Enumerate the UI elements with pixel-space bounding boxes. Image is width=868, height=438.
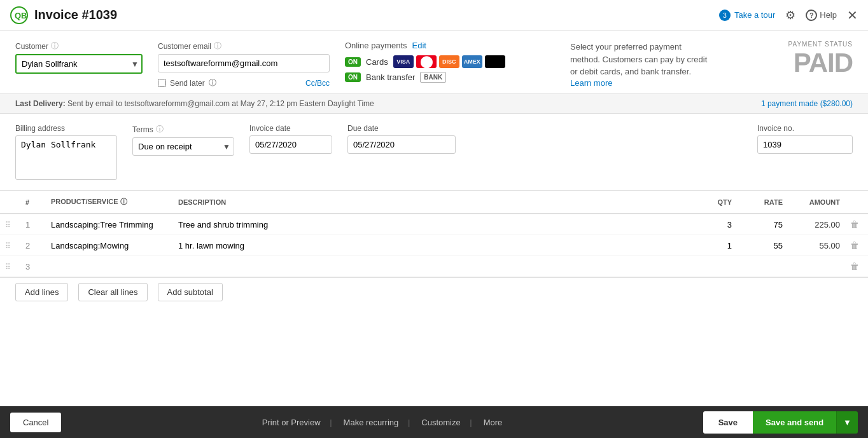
customer-email-help-icon[interactable]: ⓘ (214, 41, 221, 51)
delete-row-button[interactable]: 🗑 (850, 219, 859, 229)
tour-badge: 3 (719, 10, 731, 21)
payment-made-link[interactable]: 1 payment made ($280.00) (761, 99, 853, 108)
send-later-help-icon[interactable]: ⓘ (209, 78, 216, 88)
qty-col-header: QTY (686, 191, 737, 214)
description-col-header: DESCRIPTION (173, 191, 686, 214)
rate-col-header: RATE (737, 191, 788, 214)
preferred-text: Select your preferred payment method. Cu… (570, 41, 710, 78)
delete-row-button[interactable]: 🗑 (850, 261, 859, 271)
amex-icon: AMEX (462, 55, 482, 68)
terms-help-icon[interactable]: ⓘ (156, 124, 164, 135)
help-button[interactable]: ? Help (806, 10, 837, 21)
invoice-table: # PRODUCT/SERVICE ⓘ DESCRIPTION QTY RATE… (0, 191, 868, 277)
delete-col-header (845, 191, 868, 214)
product-input[interactable] (51, 220, 168, 229)
product-input[interactable] (51, 262, 168, 271)
product-col-header: PRODUCT/SERVICE ⓘ (46, 191, 173, 214)
close-button[interactable]: ✕ (847, 8, 858, 23)
description-cell[interactable] (173, 256, 686, 277)
product-cell[interactable] (46, 214, 173, 235)
invoice-date-label: Invoice date (249, 124, 332, 133)
online-payments-title: Online payments (345, 41, 407, 50)
rate-input[interactable] (742, 241, 783, 250)
customer-email-field-group: Customer email ⓘ Send later ⓘ Cc/Bcc (158, 41, 330, 88)
amount-col-header: AMOUNT (788, 191, 845, 214)
delete-row-button[interactable]: 🗑 (850, 240, 859, 250)
description-input[interactable] (178, 241, 681, 250)
bank-transfer-toggle[interactable]: ON (345, 72, 361, 82)
qty-cell[interactable] (686, 214, 737, 235)
bank-badge-icon: BANK (420, 72, 446, 83)
rate-input[interactable] (742, 220, 783, 229)
table-row: ⠿ 3 🗑 (0, 256, 868, 277)
description-cell[interactable] (173, 214, 686, 235)
row-number: 3 (20, 256, 46, 277)
mastercard-icon: ⬤ (416, 55, 437, 68)
customer-input[interactable] (15, 54, 143, 74)
applepay-icon (485, 55, 505, 68)
terms-select[interactable]: Due on receipt Net 15 Net 30 Net 60 (132, 137, 234, 156)
clear-all-lines-button[interactable]: Clear all lines (78, 283, 147, 301)
billing-address-textarea[interactable]: Dylan Sollfrank (15, 135, 117, 180)
top-form-area: Customer ⓘ ▼ Customer email ⓘ Send later… (0, 31, 868, 94)
drag-handle-cell: ⠿ (0, 214, 20, 235)
customer-email-input[interactable] (158, 54, 330, 72)
qty-input[interactable] (691, 220, 732, 229)
product-cell[interactable] (46, 256, 173, 277)
billing-address-label: Billing address (15, 124, 117, 133)
delete-cell: 🗑 (845, 256, 868, 277)
customer-label: Customer ⓘ (15, 41, 143, 51)
row-number: 2 (20, 235, 46, 256)
cc-bcc-link[interactable]: Cc/Bcc (305, 79, 330, 88)
cards-toggle[interactable]: ON (345, 57, 361, 67)
description-cell[interactable] (173, 235, 686, 256)
amount-cell: 55.00 (788, 235, 845, 256)
rate-cell[interactable] (737, 256, 788, 277)
drag-handle-icon[interactable]: ⠿ (5, 263, 11, 271)
rate-cell[interactable] (737, 235, 788, 256)
product-cell[interactable] (46, 235, 173, 256)
help-label: Help (820, 10, 837, 20)
invoice-no-input[interactable] (757, 135, 853, 154)
fields-row: Billing address Dylan Sollfrank Terms ⓘ … (0, 114, 868, 191)
visa-icon: VISA (393, 55, 414, 68)
qty-input[interactable] (691, 241, 732, 250)
online-payments-edit-link[interactable]: Edit (412, 41, 426, 50)
due-date-label: Due date (347, 124, 456, 133)
add-subtotal-button[interactable]: Add subtotal (158, 283, 223, 301)
delete-cell: 🗑 (845, 235, 868, 256)
page-title: Invoice #1039 (34, 8, 719, 22)
add-lines-button[interactable]: Add lines (15, 283, 68, 301)
settings-button[interactable]: ⚙ (785, 8, 795, 22)
rate-cell[interactable] (737, 214, 788, 235)
header-actions: 3 Take a tour ⚙ ? Help ✕ (719, 8, 858, 23)
drag-handle-cell: ⠿ (0, 235, 20, 256)
invoice-date-input[interactable] (249, 135, 332, 154)
drag-handle-icon[interactable]: ⠿ (5, 242, 11, 250)
description-input[interactable] (178, 220, 681, 229)
drag-handle-icon[interactable]: ⠿ (5, 221, 11, 229)
invoice-date-group: Invoice date (249, 124, 332, 154)
description-input[interactable] (178, 262, 681, 271)
drag-col-header (0, 191, 20, 214)
invoice-table-section: # PRODUCT/SERVICE ⓘ DESCRIPTION QTY RATE… (0, 191, 868, 337)
customer-help-icon[interactable]: ⓘ (51, 41, 59, 51)
preferred-payment-text-section: Select your preferred payment method. Cu… (570, 41, 710, 88)
qty-cell[interactable] (686, 235, 737, 256)
online-payments-section: Online payments Edit ON Cards VISA ⬤ DIS… (345, 41, 555, 86)
learn-more-link[interactable]: Learn more (570, 78, 612, 88)
product-input[interactable] (51, 241, 168, 250)
due-date-input[interactable] (347, 135, 456, 154)
qty-cell[interactable] (686, 256, 737, 277)
discover-icon: DISC (439, 55, 459, 68)
qty-input[interactable] (691, 262, 732, 271)
send-later-checkbox[interactable] (158, 79, 166, 87)
take-tour-button[interactable]: 3 Take a tour (719, 10, 775, 21)
customer-email-label: Customer email ⓘ (158, 41, 330, 51)
product-help-icon[interactable]: ⓘ (120, 198, 127, 205)
rate-input[interactable] (742, 262, 783, 271)
payment-status-value: PAID (725, 48, 853, 78)
send-later-checkbox-label[interactable]: Send later ⓘ (158, 78, 216, 88)
customer-select-wrap: ▼ (15, 54, 143, 74)
card-icons: VISA ⬤ DISC AMEX (393, 55, 505, 68)
